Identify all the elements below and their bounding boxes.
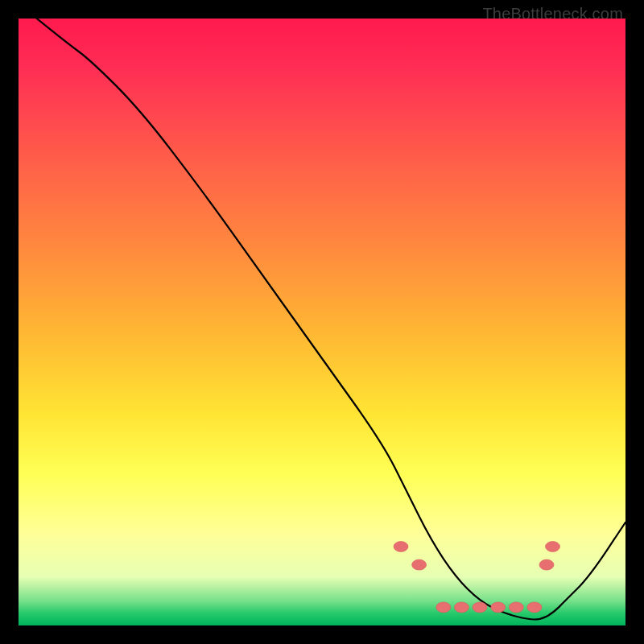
marker-dot [546,542,560,552]
marker-dot [509,602,523,613]
marker-dot [491,602,506,613]
marker-dot [394,542,408,552]
chart-svg [19,19,625,625]
marker-dot [473,602,487,613]
marker-group [394,542,560,613]
marker-dot [454,602,469,613]
marker-dot [412,559,427,570]
marker-dot [539,559,554,570]
marker-dot [436,602,451,613]
bottleneck-curve [37,19,625,620]
marker-dot [527,602,542,613]
plot-area [19,19,625,625]
chart-stage: TheBottleneck.com [0,0,644,644]
